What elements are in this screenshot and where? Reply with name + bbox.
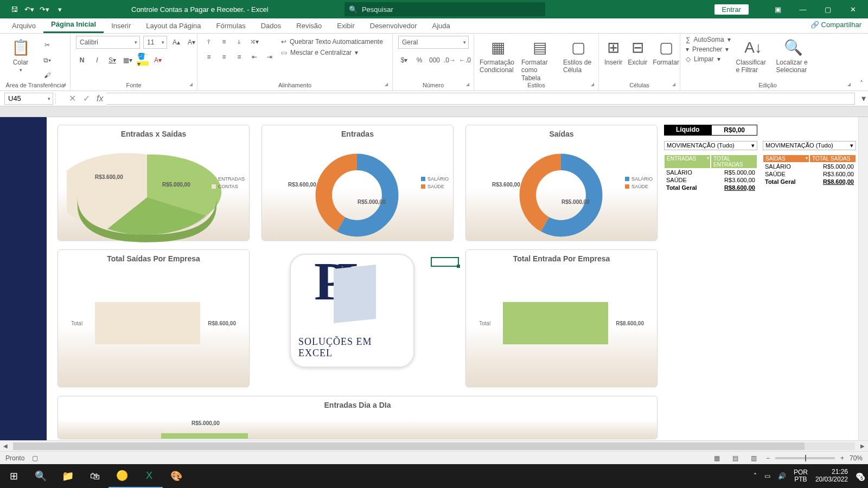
normal-view-icon[interactable]: ▦ [711,453,724,464]
decrease-decimal-icon[interactable]: ←.0 [459,54,471,66]
tab-formulas[interactable]: Fórmulas [209,18,253,33]
formula-input[interactable] [106,93,855,105]
wrap-text-button[interactable]: ↩ Quebrar Texto Automaticamente [281,38,383,46]
percent-icon[interactable]: % [413,54,425,66]
sign-in-button[interactable]: Entrar [714,4,749,15]
borders-button[interactable]: ▦▾ [122,54,133,66]
align-bottom-icon[interactable]: ⫰ [233,36,245,48]
align-middle-icon[interactable]: ≡ [218,36,230,48]
align-top-icon[interactable]: ⫯ [203,36,215,48]
conditional-formatting-button[interactable]: ▦Formatação Condicional [480,36,516,74]
enter-formula-icon[interactable]: ✓ [79,93,93,104]
currency-icon[interactable]: $▾ [398,54,410,66]
scroll-right-icon[interactable]: ▶ [857,443,868,449]
ribbon-display-icon[interactable]: ▣ [766,0,790,18]
zoom-in-icon[interactable]: + [840,454,844,462]
underline-button[interactable]: S▾ [106,54,118,66]
delete-cells-button[interactable]: ⊟Excluir [628,36,647,66]
share-button[interactable]: 🔗 Compartilhar [810,21,861,29]
zoom-level[interactable]: 70% [850,454,863,462]
tray-display-icon[interactable]: ▭ [764,472,770,480]
cell-styles-button[interactable]: ▢Estilos de Célula [563,36,593,74]
cut-icon[interactable]: ✂ [41,39,53,51]
tab-dados[interactable]: Dados [253,18,289,33]
autosum-button[interactable]: ∑ AutoSoma ▾ [686,36,731,43]
tab-pagina-inicial[interactable]: Página Inicial [43,17,104,33]
pivot-header-saidas[interactable]: SAÍDAS▾ [763,155,809,163]
cancel-formula-icon[interactable]: ✕ [65,93,79,104]
chart-saidas[interactable]: Saídas R$3.600,00 R$5.000,00 SALÁRIO SAÚ… [465,125,658,241]
tab-layout[interactable]: Layout da Página [138,18,208,33]
align-left-icon[interactable]: ≡ [203,51,215,63]
increase-font-icon[interactable]: A▴ [170,36,182,48]
sort-filter-button[interactable]: A↓Classificar e Filtrar [736,36,771,74]
pivot-header-entradas[interactable]: ENTRADAS▾ [664,155,711,169]
chart-total-entrada-empresa[interactable]: Total Entrada Por Empresa Total R$8.600,… [465,249,658,387]
fill-color-button[interactable]: 🪣▾ [137,54,149,66]
undo-icon[interactable]: ↶▾ [23,3,36,16]
fill-button[interactable]: ▾ Preencher ▾ [686,46,731,53]
insert-cells-button[interactable]: ⊞Inserir [604,36,622,66]
tab-arquivo[interactable]: Arquivo [4,18,43,33]
close-icon[interactable]: ✕ [841,0,865,18]
expand-formula-bar-icon[interactable]: ▾ [859,93,868,104]
explorer-icon[interactable]: 📁 [54,464,81,488]
clear-button[interactable]: ◇ Limpar ▾ [686,55,731,63]
chart-entradas-dia-a-dia[interactable]: Entradas Dia a DIa R$5.000,00 [58,396,658,439]
tray-clock[interactable]: 21:26 20/03/2022 [815,468,848,484]
tray-chevron-icon[interactable]: ˄ [754,472,757,480]
tab-revisao[interactable]: Revisão [289,18,329,33]
decrease-indent-icon[interactable]: ⇤ [248,51,260,63]
macro-record-icon[interactable]: ▢ [32,454,38,462]
dashboard-canvas[interactable]: Entradas x Saídas R$3.600,00 [47,117,858,440]
search-box[interactable]: 🔍 Pesquisar [344,2,545,16]
format-cells-button[interactable]: ▢Formatar [653,36,679,66]
horizontal-scrollbar[interactable] [13,442,855,450]
comma-icon[interactable]: 000 [429,54,441,66]
qat-customize-icon[interactable]: ▾ [53,3,66,16]
mov-filter-entradas[interactable]: MOVIMENTAÇÃO (Tudo)▾ [664,141,757,150]
column-headers[interactable] [0,106,868,117]
increase-decimal-icon[interactable]: .0→ [444,54,456,66]
tab-ajuda[interactable]: Ajuda [424,18,457,33]
align-right-icon[interactable]: ≡ [233,51,245,63]
chart-total-saidas-empresa[interactable]: Total Saídas Por Empresa Total R$8.600,0… [58,249,250,387]
find-select-button[interactable]: 🔍Localizar e Selecionar [776,36,811,74]
zoom-out-icon[interactable]: − [766,454,770,462]
page-layout-view-icon[interactable]: ▤ [729,453,742,464]
fx-icon[interactable]: fx [97,94,103,104]
orientation-icon[interactable]: ⤭▾ [248,36,260,48]
format-as-table-button[interactable]: ▤Formatar como Tabela [521,36,558,82]
bold-button[interactable]: N [76,54,88,66]
chart-entradas[interactable]: Entradas R$3.600,00 R$5.000,00 SALÁRIO S… [261,125,454,241]
paste-button[interactable]: 📋Colar▾ [5,36,36,73]
copy-icon[interactable]: ⧉▾ [41,54,53,66]
merge-center-button[interactable]: ▭ Mesclar e Centralizar ▾ [281,49,383,56]
italic-button[interactable]: I [91,54,103,66]
mov-filter-saidas[interactable]: MOVIMENTAÇÃO (Tudo)▾ [763,141,856,150]
tab-inserir[interactable]: Inserir [104,18,138,33]
vertical-scrollbar[interactable] [858,117,868,440]
selected-cell[interactable] [431,257,459,267]
align-center-icon[interactable]: ≡ [218,51,230,63]
font-color-button[interactable]: A▾ [152,54,164,66]
format-painter-icon[interactable]: 🖌 [41,69,53,81]
maximize-icon[interactable]: ▢ [816,0,840,18]
zoom-slider[interactable] [775,457,835,459]
tab-exibir[interactable]: Exibir [329,18,362,33]
scroll-left-icon[interactable]: ◀ [0,443,11,449]
minimize-icon[interactable]: — [791,0,815,18]
decrease-font-icon[interactable]: A▾ [186,36,197,48]
tray-volume-icon[interactable]: 🔊 [778,472,786,480]
increase-indent-icon[interactable]: ⇥ [264,51,276,63]
start-icon[interactable]: ⊞ [0,464,27,488]
font-family-select[interactable]: Calibri [76,36,140,49]
font-size-select[interactable]: 11 [143,36,167,49]
tab-desenvolvedor[interactable]: Desenvolvedor [362,18,425,33]
notifications-icon[interactable]: 💬5 [856,472,864,480]
excel-task-icon[interactable]: X [136,464,163,488]
paint-icon[interactable]: 🎨 [163,464,190,488]
save-icon[interactable]: 🖫 [8,3,21,16]
search-task-icon[interactable]: 🔍 [27,464,54,488]
chrome-icon[interactable]: 🟡 [108,464,136,488]
